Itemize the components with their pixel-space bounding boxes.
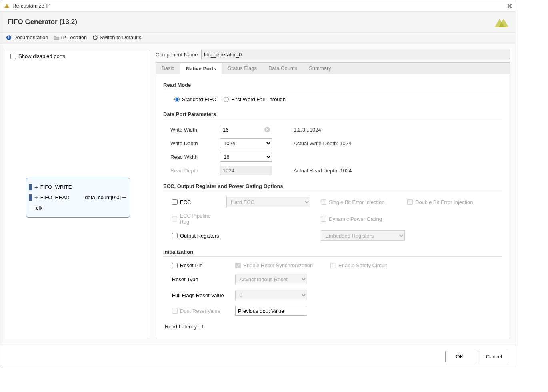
show-disabled-ports-checkbox[interactable]: [10, 54, 16, 59]
reset-type-label: Reset Type: [172, 276, 228, 282]
read-width-select[interactable]: 16: [220, 152, 272, 162]
ip-location-button[interactable]: IP Location: [54, 34, 87, 40]
divider: [163, 90, 502, 90]
divider: [163, 191, 502, 191]
tab-data-counts[interactable]: Data Counts: [263, 63, 303, 74]
write-width-label: Write Width: [170, 127, 214, 133]
reset-type-select: Asynchronous Reset: [235, 274, 307, 284]
double-bit-label: Double Bit Error Injection: [415, 199, 473, 205]
port-clk: clk: [36, 205, 42, 211]
wire-stub-icon: [122, 197, 126, 198]
port-fifo-read: FIFO_READ: [40, 194, 70, 200]
expand-icon[interactable]: +: [34, 194, 38, 201]
ecc-pipeline-label: ECC Pipeline Reg: [180, 213, 220, 225]
expand-icon[interactable]: +: [34, 184, 38, 190]
full-flags-select: 0: [235, 290, 307, 300]
ecc-label: ECC: [180, 199, 191, 205]
tab-content: Read Mode Standard FIFO First Word Fall …: [156, 74, 510, 339]
fwft-label: First Word Fall Through: [231, 96, 286, 102]
fwft-radio-input[interactable]: [224, 97, 229, 102]
tab-basic[interactable]: Basic: [156, 63, 180, 74]
port-fifo-write: FIFO_WRITE: [40, 184, 72, 190]
ecc-pipeline-checkbox: [172, 216, 177, 222]
config-panel: Component Name Basic Native Ports Status…: [156, 50, 510, 339]
write-width-hint: 1,2,3,..1024: [294, 127, 502, 133]
ip-location-label: IP Location: [61, 34, 87, 40]
full-flags-label: Full Flags Reset Value: [172, 292, 228, 298]
dout-reset-label: Dout Reset Value: [180, 308, 220, 314]
clear-icon[interactable]: [264, 126, 270, 133]
toolbar: i Documentation IP Location Switch to De…: [0, 33, 516, 44]
dout-reset-value-input[interactable]: [235, 306, 307, 316]
read-mode-title: Read Mode: [163, 82, 502, 88]
dyn-power-checkbox: [321, 216, 326, 222]
ecc-title: ECC, Output Register and Power Gating Op…: [163, 183, 502, 189]
refresh-icon: [92, 35, 98, 40]
output-registers-label: Output Registers: [180, 233, 219, 239]
tab-summary[interactable]: Summary: [303, 63, 337, 74]
standard-fifo-label: Standard FIFO: [182, 96, 216, 102]
header: FIFO Generator (13.2): [0, 12, 516, 33]
tab-bar: Basic Native Ports Status Flags Data Cou…: [156, 62, 510, 74]
read-width-label: Read Width: [170, 154, 214, 160]
reset-pin-checkbox[interactable]: [172, 263, 178, 268]
cancel-button[interactable]: Cancel: [480, 351, 508, 362]
titlebar: Re-customize IP: [0, 0, 516, 12]
single-bit-checkbox: [321, 199, 326, 205]
ecc-checkbox[interactable]: [172, 199, 178, 205]
info-icon: i: [6, 35, 12, 40]
main-area: Show disabled ports + FIFO_WRITE + FIFO_…: [0, 44, 516, 345]
read-depth-hint: Actual Read Depth: 1024: [294, 168, 502, 174]
read-mode-standard-radio[interactable]: Standard FIFO: [174, 96, 216, 102]
vendor-logo-icon: [495, 18, 508, 29]
port-data-count: data_count[9:0]: [85, 194, 121, 200]
component-name-label: Component Name: [156, 52, 198, 58]
dout-reset-checkbox: [172, 308, 178, 314]
footer: OK Cancel: [0, 345, 516, 368]
documentation-button[interactable]: i Documentation: [6, 34, 48, 40]
divider: [163, 256, 502, 257]
show-disabled-ports-label: Show disabled ports: [18, 53, 65, 59]
page-title: FIFO Generator (13.2): [8, 18, 495, 26]
bus-icon: [29, 194, 32, 201]
read-mode-fwft-radio[interactable]: First Word Fall Through: [224, 96, 286, 102]
standard-fifo-radio-input[interactable]: [174, 97, 180, 102]
double-bit-checkbox: [407, 199, 413, 205]
data-port-title: Data Port Parameters: [163, 111, 502, 117]
ip-symbol-diagram: + FIFO_WRITE + FIFO_READ data_count[9:0]…: [10, 59, 146, 336]
svg-text:i: i: [8, 35, 10, 40]
enable-safety-checkbox: [330, 263, 336, 268]
enable-safety-label: Enable Safety Circuit: [338, 262, 387, 268]
enable-reset-sync-checkbox: [235, 263, 241, 268]
app-icon: [4, 3, 10, 9]
enable-reset-sync-label: Enable Reset Synchronization: [243, 262, 313, 268]
ecc-type-select: Hard ECC: [226, 197, 310, 207]
read-depth-input: [220, 166, 272, 175]
ok-button[interactable]: OK: [445, 351, 474, 362]
window-title: Re-customize IP: [12, 3, 507, 9]
dialog-window: Re-customize IP FIFO Generator (13.2) i …: [0, 0, 516, 368]
initialization-title: Initialization: [163, 249, 502, 255]
folder-icon: [54, 35, 59, 40]
symbol-panel: Show disabled ports + FIFO_WRITE + FIFO_…: [6, 50, 150, 339]
write-depth-hint: Actual Write Depth: 1024: [294, 140, 502, 146]
tab-status-flags[interactable]: Status Flags: [222, 63, 263, 74]
divider: [163, 119, 502, 119]
ip-symbol: + FIFO_WRITE + FIFO_READ data_count[9:0]…: [26, 178, 130, 218]
documentation-label: Documentation: [13, 34, 48, 40]
reset-pin-label: Reset Pin: [180, 262, 202, 268]
read-latency-label: Read Latency : 1: [163, 321, 502, 330]
tab-native-ports[interactable]: Native Ports: [180, 63, 222, 74]
output-registers-checkbox[interactable]: [172, 233, 178, 238]
dyn-power-label: Dynamic Power Gating: [329, 216, 382, 222]
wire-stub-icon: [29, 208, 34, 208]
write-depth-select[interactable]: 1024: [220, 138, 272, 148]
single-bit-label: Single Bit Error Injection: [329, 199, 384, 205]
switch-defaults-label: Switch to Defaults: [100, 34, 141, 40]
read-depth-label: Read Depth: [170, 168, 214, 174]
switch-defaults-button[interactable]: Switch to Defaults: [92, 34, 141, 40]
close-icon[interactable]: [507, 3, 512, 9]
write-depth-label: Write Depth: [170, 140, 214, 146]
component-name-input[interactable]: [201, 50, 510, 59]
output-reg-type-select: Embedded Registers: [321, 230, 405, 241]
